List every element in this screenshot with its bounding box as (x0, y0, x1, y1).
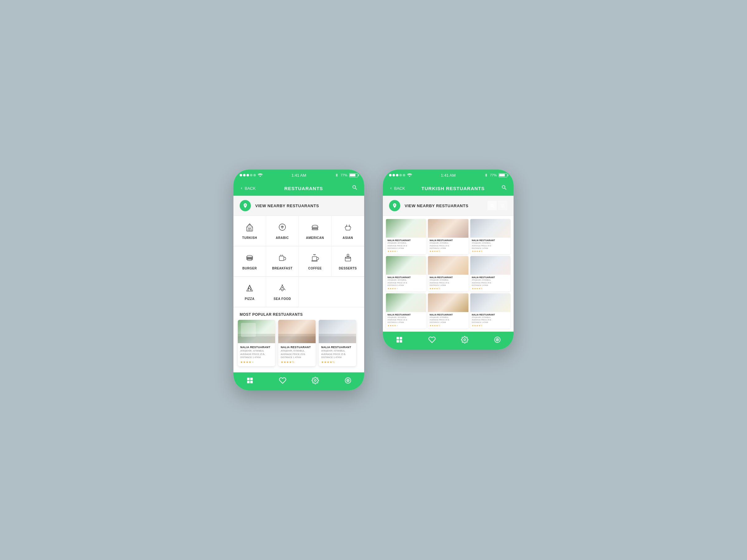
nav-circle-2[interactable] (494, 336, 501, 345)
turkish-label: TURKISH (242, 236, 257, 240)
status-time-2: 1:41 AM (441, 173, 456, 178)
category-pizza[interactable]: PIZZA (233, 277, 266, 307)
list-view-btn[interactable] (498, 201, 507, 210)
category-american[interactable]: AMERICAN (299, 216, 332, 246)
status-time-1: 1:41 AM (291, 173, 306, 178)
category-seafood[interactable]: SEA FOOD (266, 277, 299, 307)
desserts-icon (343, 252, 353, 264)
grid-card-7[interactable]: NALIA RESTUARANT ATAŞEHİR, ISTANBUL AVER… (386, 293, 426, 328)
svg-rect-5 (312, 229, 318, 230)
card-image-3 (319, 320, 356, 343)
dot-6 (389, 174, 391, 177)
grid-card-2[interactable]: NALIA RESTUARANT ATAŞEHİR, ISTANBUL AVER… (428, 219, 468, 254)
search-button-2[interactable] (501, 185, 507, 192)
grid-card-img-4 (386, 256, 426, 275)
nav-gear-2[interactable] (461, 336, 468, 345)
category-coffee[interactable]: COFFEE (299, 246, 332, 276)
svg-rect-13 (312, 261, 317, 261)
back-button-1[interactable]: BACK (240, 186, 256, 191)
card-stars-1: ★ ★ ★ ★ ★ (240, 361, 273, 364)
card-name-2: NALIA RESTUARANT (281, 346, 313, 349)
card-location-2: ATAŞEHİR, ISTANBUL (281, 349, 313, 353)
bluetooth-icon-1 (335, 173, 339, 177)
arabic-icon (277, 222, 287, 234)
turkish-icon (244, 222, 255, 234)
empty-cell-2 (332, 277, 364, 307)
nav-grid-2[interactable] (395, 336, 403, 345)
svg-point-18 (250, 289, 251, 290)
grid-card-info-5: NALIA RESTUARANT ATAŞEHİR, ISTANBUL AVER… (428, 275, 468, 291)
category-desserts[interactable]: DESSERTS (332, 246, 364, 276)
breakfast-icon (277, 252, 287, 264)
desserts-label: DESSERTS (339, 267, 357, 270)
wifi-icon-2 (407, 173, 412, 178)
battery-percent-2: 77% (490, 173, 497, 177)
category-breakfast[interactable]: BREAKFAST (266, 246, 299, 276)
nav-circle-1[interactable] (344, 377, 352, 386)
svg-point-24 (464, 339, 466, 341)
pizza-label: PIZZA (244, 297, 254, 300)
nav-title-2: TURKISH RESTUARANTS (421, 186, 485, 191)
grid-card-6[interactable]: NALIA RESTUARANT ATAŞEHİR, ISTANBUL AVER… (470, 256, 511, 291)
phone-1: 1:41 AM 77% BACK RESTUARANTS (233, 169, 364, 391)
burger-label: BURGER (242, 267, 257, 270)
back-button-2[interactable]: BACK (389, 186, 405, 191)
nav-heart-1[interactable] (279, 377, 286, 386)
category-asian[interactable]: ASIAN (332, 216, 364, 246)
grid-card-info-1: NALIA RESTUARANT ATAŞEHİR, ISTANBUL AVER… (386, 238, 426, 254)
svg-point-17 (249, 288, 250, 289)
card-stars-3: ★ ★ ★ ★ ½ (321, 361, 354, 364)
card-price-2: AVERAGE PRICE 25 ₺ (281, 353, 313, 356)
restaurant-cards-1: NALIA RESTUARANT ATAŞEHİR, ISTANBUL AVER… (233, 320, 364, 372)
grid-card-img-9 (470, 293, 511, 312)
grid-card-info-8: NALIA RESTUARANT ATAŞEHİR, ISTANBUL AVER… (428, 312, 468, 328)
grid-card-9[interactable]: NALIA RESTUARANT ATAŞEHİR, ISTANBUL AVER… (470, 293, 511, 328)
card-distance-3: DISTANCE 1.47KM (321, 356, 354, 359)
status-right-2: 77% (484, 173, 507, 177)
svg-rect-11 (279, 256, 284, 260)
restaurant-card-1[interactable]: NALIA RESTUARANT ATAŞEHİR, ISTANBUL AVER… (238, 320, 275, 366)
burger-icon (244, 252, 255, 264)
popular-section-title: MOST POPULAR RESTUARANTS (233, 308, 364, 320)
nav-gear-1[interactable] (312, 377, 319, 386)
grid-view-btn[interactable] (487, 201, 497, 210)
category-turkish[interactable]: TURKISH (233, 216, 266, 246)
phone-1-body: VIEW NEARBY RESTUARANTS TURKISH (233, 196, 364, 372)
dot-3 (247, 174, 249, 177)
dot-4 (250, 174, 252, 177)
grid-card-3[interactable]: NALIA RESTUARANT ATAŞEHİR, ISTANBUL AVER… (470, 219, 511, 254)
card-location-3: ATAŞEHİR, ISTANBUL (321, 349, 354, 353)
restaurant-card-3[interactable]: NALIA RESTUARANT ATAŞEHİR, ISTANBUL AVER… (319, 320, 356, 366)
location-banner-1[interactable]: VIEW NEARBY RESTUARANTS (233, 196, 364, 216)
card-stars-2: ★ ★ ★ ★ ½ (281, 361, 313, 364)
dot-10 (403, 174, 405, 177)
card-name-3: NALIA RESTUARANT (321, 346, 354, 349)
bottom-nav-1 (233, 372, 364, 391)
location-banner-2[interactable]: VIEW NEARBY RESTUARANTS (383, 196, 514, 216)
restaurant-card-2[interactable]: NALIA RESTUARANT ATAŞEHİR, ISTANBUL AVER… (278, 320, 316, 366)
grid-card-4[interactable]: NALIA RESTUARANT ATAŞEHİR, ISTANBUL AVER… (386, 256, 426, 291)
grid-card-info-3: NALIA RESTUARANT ATAŞEHİR, ISTANBUL AVER… (470, 238, 511, 254)
grid-card-img-2 (428, 219, 468, 238)
category-arabic[interactable]: ARABIC (266, 216, 299, 246)
location-icon-1 (240, 200, 251, 211)
nav-heart-2[interactable] (428, 336, 436, 345)
svg-point-19 (282, 287, 283, 288)
svg-point-1 (279, 224, 286, 231)
pizza-icon (244, 283, 255, 295)
status-right-1: 77% (335, 173, 358, 177)
card-price-1: AVERAGE PRICE 25 ₺ (240, 353, 273, 356)
nav-bar-2: BACK TURKISH RESTUARANTS (383, 181, 514, 196)
grid-card-8[interactable]: NALIA RESTUARANT ATAŞEHİR, ISTANBUL AVER… (428, 293, 468, 328)
grid-card-img-3 (470, 219, 511, 238)
grid-card-img-7 (386, 293, 426, 312)
nav-grid-1[interactable] (246, 377, 254, 386)
search-button-1[interactable] (352, 185, 358, 192)
category-burger[interactable]: BURGER (233, 246, 266, 276)
grid-card-5[interactable]: NALIA RESTUARANT ATAŞEHİR, ISTANBUL AVER… (428, 256, 468, 291)
card-location-1: ATAŞEHİR, ISTANBUL (240, 349, 273, 353)
seafood-label: SEA FOOD (274, 297, 291, 300)
nav-title-1: RESTUARANTS (284, 186, 323, 191)
grid-card-1[interactable]: NALIA RESTUARANT ATAŞEHİR, ISTANBUL AVER… (386, 219, 426, 254)
card-distance-2: DISTANCE 1.47KM (281, 356, 313, 359)
